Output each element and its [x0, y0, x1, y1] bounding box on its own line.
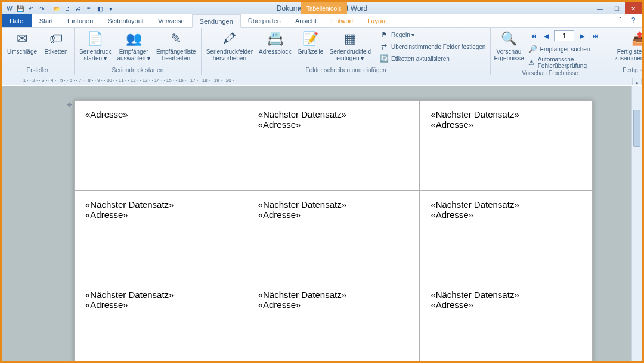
redo-icon[interactable]: ↷ — [37, 4, 47, 13]
maximize-button[interactable]: ☐ — [608, 2, 625, 14]
tab-ueberpruefen[interactable]: Überprüfen — [241, 14, 288, 27]
regeln-button[interactable]: ⚑Regeln ▾ — [377, 29, 488, 40]
next-record-field: «Nächster Datensatz» — [258, 290, 409, 300]
rules-icon: ⚑ — [379, 30, 389, 39]
fehlerueberpruefung-button[interactable]: ⚠Automatische Fehlerüberprüfung — [525, 56, 606, 70]
minimize-ribbon-icon[interactable]: ˇ — [615, 16, 625, 25]
seriendruck-starten-button[interactable]: 📄Seriendruck starten ▾ — [77, 29, 113, 63]
label-cell[interactable]: «Nächster Datensatz»«Adresse» — [75, 281, 247, 361]
undo-icon[interactable]: ↶ — [26, 4, 36, 13]
vorschau-ergebnisse-button[interactable]: 🔍Vorschau Ergebnisse — [493, 29, 524, 63]
address-field: «Adresse» — [258, 300, 409, 310]
label-cell[interactable]: «Nächster Datensatz»«Adresse» — [247, 101, 420, 191]
open-icon[interactable]: 📂 — [52, 4, 61, 13]
fertig-stellen-button[interactable]: 📤Fertig stellen und zusammenführen ▾ — [612, 29, 644, 63]
label-cell[interactable]: «Nächster Datensatz»«Adresse» — [247, 281, 420, 361]
label-cell[interactable]: «Nächster Datensatz»«Adresse» — [247, 191, 420, 281]
insert-field-icon: ▦ — [342, 30, 358, 47]
next-record-field: «Nächster Datensatz» — [431, 109, 581, 119]
text-cursor — [129, 111, 129, 120]
table-anchor-icon[interactable]: ✥ — [67, 101, 72, 108]
qat-icon[interactable]: ≡ — [84, 4, 94, 13]
uebereinstimmende-felder-button[interactable]: ⇄Übereinstimmende Felder festlegen — [377, 41, 488, 52]
highlight-icon: 🖍 — [221, 30, 238, 47]
feld-einfuegen-button[interactable]: ▦Seriendruckfeld einfügen ▾ — [327, 29, 373, 63]
close-button[interactable]: ✕ — [625, 2, 642, 14]
label-cell[interactable]: «Nächster Datensatz»«Adresse» — [420, 281, 593, 361]
label-cell[interactable]: «Nächster Datensatz»«Adresse» — [420, 101, 593, 191]
recipients-icon: 👥 — [125, 30, 142, 47]
tab-entwurf[interactable]: Entwurf — [324, 14, 360, 27]
finish-icon: 📤 — [631, 30, 644, 47]
empfaenger-auswaehlen-button[interactable]: 👥Empfänger auswählen ▾ — [114, 29, 153, 63]
tab-start[interactable]: Start — [32, 14, 60, 27]
label-icon: 🏷 — [48, 30, 64, 47]
new-icon[interactable]: 🗋 — [63, 4, 72, 13]
greeting-icon: 📝 — [302, 30, 319, 47]
empfaenger-suchen-button[interactable]: 🔎Empfänger suchen — [525, 44, 606, 54]
print-icon[interactable]: 🖨 — [73, 4, 83, 13]
next-record-field: «Nächster Datensatz» — [85, 290, 236, 300]
label-cell[interactable]: «Nächster Datensatz»«Adresse» — [420, 191, 593, 281]
ribbon: ✉Umschläge 🏷Etiketten Erstellen 📄Seriend… — [2, 28, 642, 75]
group-fertig-stellen: 📤Fertig stellen und zusammenführen ▾ Fer… — [609, 28, 644, 75]
labels-table[interactable]: «Adresse»«Nächster Datensatz»«Adresse»«N… — [74, 100, 593, 361]
next-record-button[interactable]: ▶ — [577, 31, 587, 41]
address-field: «Adresse» — [431, 119, 581, 130]
ruler-toggle-icon[interactable]: ▴ — [632, 78, 642, 85]
first-record-button[interactable]: ⏮ — [528, 31, 538, 41]
address-field: «Adresse» — [85, 210, 236, 220]
tab-einfuegen[interactable]: Einfügen — [60, 14, 100, 27]
page[interactable]: «Adresse»«Nächster Datensatz»«Adresse»«N… — [74, 100, 593, 361]
mailmerge-icon: 📄 — [87, 30, 104, 47]
tab-layout[interactable]: Layout — [360, 14, 394, 27]
next-record-field: «Nächster Datensatz» — [258, 199, 409, 210]
prev-record-button[interactable]: ◀ — [541, 31, 552, 41]
tab-sendungen[interactable]: Sendungen — [192, 14, 241, 28]
address-field: «Adresse» — [85, 109, 236, 120]
preview-icon: 🔍 — [500, 30, 517, 47]
address-field: «Adresse» — [258, 119, 409, 130]
ribbon-tabs: Datei Start Einfügen Seitenlayout Verwei… — [2, 14, 642, 28]
minimize-button[interactable]: — — [592, 2, 608, 14]
adressblock-button[interactable]: 📇Adressblock — [256, 29, 293, 56]
umschlaege-button[interactable]: ✉Umschläge — [5, 29, 39, 56]
qat-more-icon[interactable]: ▾ — [106, 4, 115, 13]
edit-list-icon: ✎ — [168, 30, 184, 47]
save-icon[interactable]: 💾 — [16, 4, 25, 13]
group-vorschau: 🔍Vorschau Ergebnisse ⏮ ◀ ▶ ⏭ 🔎Empfänger … — [491, 28, 609, 75]
label-cell[interactable]: «Adresse» — [75, 101, 247, 191]
record-number-input[interactable] — [554, 30, 574, 41]
label-cell[interactable]: «Nächster Datensatz»«Adresse» — [75, 191, 247, 281]
address-field: «Adresse» — [431, 210, 581, 220]
quick-access-toolbar: W 💾 ↶ ↷ 📂 🗋 🖨 ≡ ◧ ▾ Dokument4 - Microsof… — [2, 2, 642, 14]
search-icon: 🔎 — [528, 44, 537, 54]
etiketten-button[interactable]: 🏷Etiketten — [41, 29, 72, 56]
document-area: ✥ «Adresse»«Nächster Datensatz»«Adresse»… — [2, 86, 642, 361]
update-icon: 🔄 — [379, 54, 389, 63]
qat-icon-2[interactable]: ◧ — [95, 4, 104, 13]
vertical-scrollbar[interactable] — [631, 86, 642, 361]
addressblock-icon: 📇 — [267, 30, 283, 47]
tab-verweise[interactable]: Verweise — [151, 14, 192, 27]
etiketten-aktualisieren-button[interactable]: 🔄Etiketten aktualisieren — [377, 53, 488, 64]
felder-hervorheben-button[interactable]: 🖍Seriendruckfelder hervorheben — [204, 29, 255, 63]
address-field: «Adresse» — [85, 300, 236, 310]
contextual-tab-group: Tabellentools — [301, 2, 347, 14]
group-felder: 🖍Seriendruckfelder hervorheben 📇Adressbl… — [202, 28, 491, 75]
match-icon: ⇄ — [379, 42, 389, 51]
word-icon: W — [5, 4, 14, 13]
empfaengerliste-bearbeiten-button[interactable]: ✎Empfängerliste bearbeiten — [154, 29, 199, 63]
horizontal-ruler[interactable]: · 1 · · 2 · · 3 · · 4 · · 5 · · 6 · · 7 … — [2, 75, 642, 85]
tab-seitenlayout[interactable]: Seitenlayout — [100, 14, 151, 27]
scroll-thumb[interactable] — [633, 110, 640, 147]
tab-ansicht[interactable]: Ansicht — [288, 14, 324, 27]
grusszeile-button[interactable]: 📝Grußzeile — [295, 29, 326, 56]
group-seriendruck-starten: 📄Seriendruck starten ▾ 👥Empfänger auswäh… — [75, 28, 202, 75]
last-record-button[interactable]: ⏭ — [590, 31, 600, 41]
file-tab[interactable]: Datei — [2, 14, 32, 27]
next-record-field: «Nächster Datensatz» — [85, 199, 236, 210]
record-navigator: ⏮ ◀ ▶ ⏭ — [525, 29, 606, 42]
check-icon: ⚠ — [528, 58, 535, 67]
help-icon[interactable]: ? — [628, 16, 638, 25]
